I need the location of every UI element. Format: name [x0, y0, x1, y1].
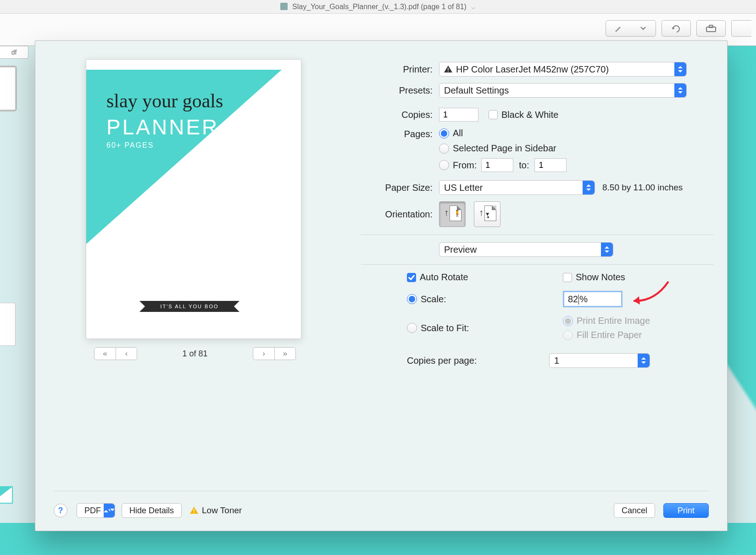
scale-to-fit-radio[interactable] [407, 323, 417, 333]
person-rotated-icon: ▸• [484, 213, 492, 216]
presets-select[interactable]: Default Settings [439, 83, 687, 98]
help-button[interactable]: ? [54, 504, 67, 517]
print-preview: slay your goals PLANNER 60+ PAGES IT'S A… [86, 59, 301, 339]
warning-icon [444, 61, 452, 72]
thumbnail[interactable] [0, 67, 16, 110]
pages-to-input[interactable] [534, 158, 567, 172]
preview-first-prev-buttons: « ‹ [94, 347, 137, 360]
papersize-value: US Letter [444, 183, 483, 193]
cover-subtitle-text: 60+ PAGES [106, 141, 154, 150]
select-arrows-icon [638, 354, 650, 367]
person-icon: 🧍 [453, 210, 455, 217]
copies-per-page-select[interactable]: 1 [549, 353, 650, 368]
select-arrows-icon [674, 62, 686, 76]
auto-rotate-label: Auto Rotate [420, 272, 468, 283]
prev-page-button[interactable]: ‹ [116, 348, 137, 360]
pages-from-label: From: [453, 160, 477, 171]
sidebar-tab[interactable]: df [0, 46, 28, 59]
chevron-down-icon[interactable]: ⌵ [471, 3, 476, 11]
section-value: Preview [444, 244, 477, 255]
thumbnail[interactable] [0, 486, 13, 504]
presets-value: Default Settings [444, 85, 509, 96]
next-page-button[interactable]: › [253, 348, 274, 360]
separator [361, 234, 713, 235]
thumbnail[interactable] [0, 303, 16, 346]
copies-input[interactable] [439, 108, 478, 122]
papersize-label: Paper Size: [361, 183, 439, 193]
warning-icon [190, 503, 198, 514]
printer-value: HP Color LaserJet M452nw (257C70) [456, 64, 609, 75]
bw-checkbox[interactable] [489, 110, 498, 119]
hide-details-button[interactable]: Hide Details [122, 503, 182, 518]
pages-from-radio[interactable] [439, 160, 449, 170]
show-notes-checkbox[interactable] [563, 273, 572, 282]
scale-to-fit-label: Scale to Fit: [421, 323, 469, 333]
pages-from-input[interactable] [481, 158, 513, 172]
chevron-down-icon [104, 504, 115, 517]
rotate-button[interactable] [662, 20, 691, 37]
cover-ribbon: IT'S ALL YOU BOO [146, 301, 233, 312]
orientation-landscape-button[interactable]: ↑ ▸• [474, 201, 500, 227]
orientation-label: Orientation: [361, 209, 439, 220]
bw-label: Black & White [501, 110, 558, 120]
papersize-select[interactable]: US Letter [439, 180, 595, 195]
first-page-button[interactable]: « [94, 348, 116, 360]
last-page-button[interactable]: » [274, 348, 295, 360]
separator [361, 264, 713, 265]
select-arrows-icon [674, 83, 686, 97]
pages-selected-radio[interactable] [439, 144, 449, 154]
copies-per-page-value: 1 [554, 355, 559, 366]
preview-next-last-buttons: › » [253, 347, 296, 360]
show-notes-label: Show Notes [576, 272, 625, 283]
pages-label: Pages: [361, 128, 439, 139]
cover-script-text: slay your goals [106, 90, 223, 112]
scale-radio[interactable] [407, 294, 417, 304]
cover-title-text: PLANNER [106, 115, 219, 139]
arrow-up-icon: ↑ [479, 207, 484, 218]
pages-all-radio[interactable] [439, 128, 449, 139]
select-arrows-icon [601, 243, 613, 256]
sidebar-thumbnails [0, 60, 28, 472]
pencil-icon[interactable] [606, 21, 631, 36]
search-button[interactable] [731, 20, 751, 37]
pages-to-label: to: [519, 160, 529, 171]
scale-input[interactable]: 82% [563, 291, 623, 307]
fill-entire-label: Fill Entire Paper [577, 330, 642, 340]
presets-label: Presets: [361, 85, 439, 96]
section-select[interactable]: Preview [439, 242, 613, 257]
pdf-dropdown-button[interactable]: PDF [77, 503, 115, 518]
fill-entire-radio [563, 330, 573, 340]
pages-selected-label: Selected Page in Sidebar [453, 143, 556, 154]
low-toner-label: Low Toner [202, 505, 242, 516]
orientation-portrait-button[interactable]: ↑ 🧍 [439, 201, 466, 227]
print-entire-label: Print Entire Image [577, 316, 650, 326]
svg-rect-1 [709, 25, 713, 28]
printer-label: Printer: [361, 64, 439, 75]
annotation-arrow-icon [627, 279, 673, 311]
print-button[interactable]: Print [663, 503, 709, 518]
select-arrows-icon [583, 181, 595, 194]
file-icon [280, 3, 288, 10]
window-titlebar: Slay_Your_Goals_Planner_(v._1.3).pdf (pa… [0, 0, 756, 14]
copies-per-page-label: Copies per page: [407, 355, 549, 366]
page-counter: 1 of 81 [182, 349, 207, 359]
window-title: Slay_Your_Goals_Planner_(v._1.3).pdf (pa… [292, 3, 467, 11]
toolbox-button[interactable] [696, 20, 726, 37]
markup-split-button[interactable] [606, 20, 656, 37]
print-dialog: slay your goals PLANNER 60+ PAGES IT'S A… [35, 40, 728, 531]
papersize-dimensions: 8.50 by 11.00 inches [602, 183, 683, 193]
printer-select[interactable]: HP Color LaserJet M452nw (257C70) [439, 62, 687, 77]
print-entire-radio [563, 316, 573, 326]
auto-rotate-checkbox[interactable] [407, 273, 416, 282]
arrow-up-icon: ↑ [444, 207, 449, 218]
scale-label: Scale: [421, 294, 446, 305]
chevron-down-icon[interactable] [631, 21, 656, 36]
copies-label: Copies: [361, 110, 439, 120]
pages-all-label: All [453, 128, 463, 139]
cancel-button[interactable]: Cancel [614, 503, 655, 518]
